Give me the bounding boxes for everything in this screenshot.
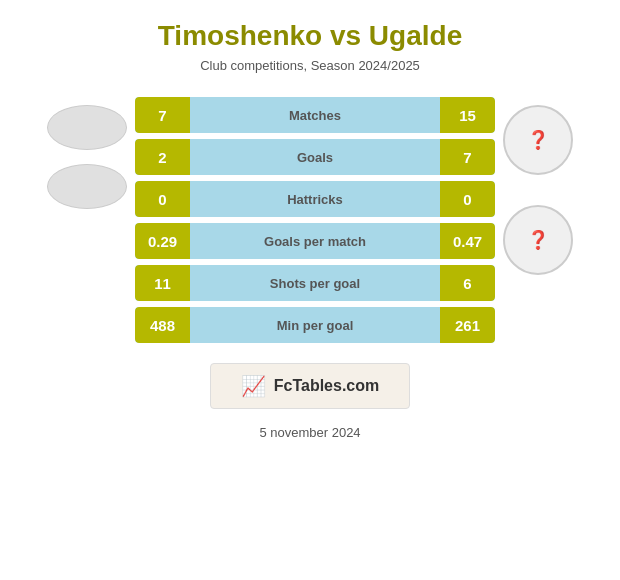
stat-label-shots-per-goal: Shots per goal xyxy=(190,265,440,301)
stat-row-matches: 7 Matches 15 xyxy=(135,97,495,133)
stat-right-shots-per-goal: 6 xyxy=(440,265,495,301)
right-avatar-1: ❓ xyxy=(503,105,573,175)
stat-label-matches: Matches xyxy=(190,97,440,133)
stat-left-goals-per-match: 0.29 xyxy=(135,223,190,259)
logo-icon: 📈 xyxy=(241,374,266,398)
logo-text: FcTables.com xyxy=(274,377,380,395)
stat-right-goals-per-match: 0.47 xyxy=(440,223,495,259)
logo-section: 📈 FcTables.com xyxy=(210,363,411,409)
stat-left-goals: 2 xyxy=(135,139,190,175)
stat-label-hattricks: Hattricks xyxy=(190,181,440,217)
stat-row-goals: 2 Goals 7 xyxy=(135,139,495,175)
stat-left-matches: 7 xyxy=(135,97,190,133)
stat-row-min-per-goal: 488 Min per goal 261 xyxy=(135,307,495,343)
stat-left-min-per-goal: 488 xyxy=(135,307,190,343)
stat-label-goals-per-match: Goals per match xyxy=(190,223,440,259)
stat-right-matches: 15 xyxy=(440,97,495,133)
stat-right-hattricks: 0 xyxy=(440,181,495,217)
stat-row-goals-per-match: 0.29 Goals per match 0.47 xyxy=(135,223,495,259)
stat-row-hattricks: 0 Hattricks 0 xyxy=(135,181,495,217)
page-title: Timoshenko vs Ugalde xyxy=(158,20,462,52)
stats-rows: 7 Matches 15 2 Goals 7 0 Hattricks 0 0.2… xyxy=(135,97,495,343)
stat-left-hattricks: 0 xyxy=(135,181,190,217)
page-subtitle: Club competitions, Season 2024/2025 xyxy=(200,58,420,73)
right-avatar-2: ❓ xyxy=(503,205,573,275)
stat-right-goals: 7 xyxy=(440,139,495,175)
main-content: 7 Matches 15 2 Goals 7 0 Hattricks 0 0.2… xyxy=(10,97,610,343)
left-avatar-1 xyxy=(47,105,127,150)
date-text: 5 november 2024 xyxy=(259,425,360,440)
stat-label-min-per-goal: Min per goal xyxy=(190,307,440,343)
stat-left-shots-per-goal: 11 xyxy=(135,265,190,301)
right-avatars: ❓ ❓ xyxy=(503,97,573,275)
stat-label-goals: Goals xyxy=(190,139,440,175)
left-avatar-2 xyxy=(47,164,127,209)
stat-row-shots-per-goal: 11 Shots per goal 6 xyxy=(135,265,495,301)
left-avatars xyxy=(47,97,127,209)
stat-right-min-per-goal: 261 xyxy=(440,307,495,343)
